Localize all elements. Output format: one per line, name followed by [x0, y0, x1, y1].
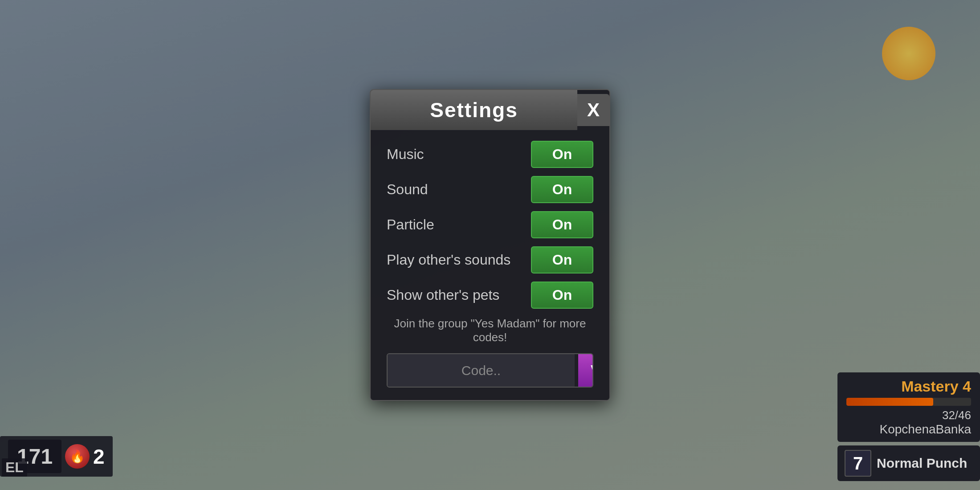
setting-toggle-particle[interactable]: On	[531, 211, 593, 238]
modal-backdrop: Settings X Music On Sound On Particle On	[0, 0, 980, 490]
setting-label-sound: Sound	[387, 181, 428, 198]
setting-toggle-sound[interactable]: On	[531, 176, 593, 203]
setting-label-play-others-sounds: Play other's sounds	[387, 252, 510, 268]
setting-label-music: Music	[387, 146, 424, 163]
modal-body: Music On Sound On Particle On Play other…	[371, 130, 609, 400]
modal-title-area: Settings	[371, 90, 577, 130]
code-input[interactable]	[388, 354, 575, 387]
setting-row-particle: Particle On	[387, 211, 593, 238]
setting-label-particle: Particle	[387, 216, 434, 233]
modal-close-button[interactable]: X	[577, 94, 609, 126]
group-promo-text: Join the group "Yes Madam" for more code…	[387, 317, 593, 344]
code-input-row: Verify	[387, 353, 593, 388]
setting-row-music: Music On	[387, 141, 593, 168]
setting-label-show-others-pets: Show other's pets	[387, 287, 499, 303]
setting-row-show-others-pets: Show other's pets On	[387, 282, 593, 309]
modal-title: Settings	[430, 98, 518, 122]
setting-toggle-music[interactable]: On	[531, 141, 593, 168]
modal-header: Settings X	[371, 90, 609, 130]
settings-modal: Settings X Music On Sound On Particle On	[370, 89, 610, 401]
setting-toggle-show-others-pets[interactable]: On	[531, 282, 593, 309]
setting-toggle-play-others-sounds[interactable]: On	[531, 246, 593, 274]
setting-row-sound: Sound On	[387, 176, 593, 203]
verify-button[interactable]: Verify	[578, 354, 593, 387]
setting-row-play-others-sounds: Play other's sounds On	[387, 246, 593, 274]
